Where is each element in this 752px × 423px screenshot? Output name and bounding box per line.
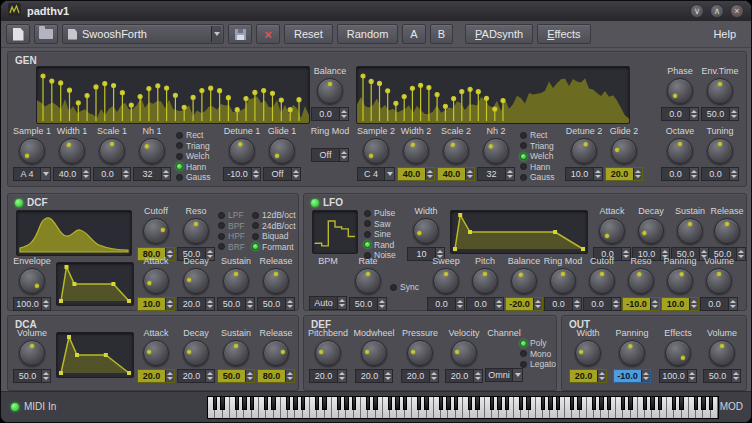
spin-arrows-icon[interactable] — [533, 298, 542, 310]
radio-saw[interactable]: Saw — [364, 219, 396, 230]
spin-arrows-icon[interactable] — [81, 168, 90, 180]
spin-arrows-icon[interactable] — [465, 168, 474, 180]
piano-black-key[interactable] — [497, 397, 501, 410]
spin-arrows-icon[interactable] — [291, 168, 300, 180]
piano-black-key[interactable] — [658, 397, 662, 410]
knob-dial[interactable] — [483, 138, 509, 164]
spin-arrows-icon[interactable] — [245, 370, 254, 382]
radio-gauss[interactable]: Gauss — [520, 172, 555, 183]
spin-arrows-icon[interactable] — [285, 298, 294, 310]
value-spinbox[interactable]: 40.0 — [53, 167, 91, 181]
value-spinbox[interactable]: 32 — [477, 167, 515, 181]
piano-black-key[interactable] — [570, 397, 574, 410]
value-spinbox[interactable]: 20.0 — [401, 369, 439, 383]
lfo-sync-checkbox[interactable]: Sync — [390, 282, 419, 292]
piano-black-key[interactable] — [250, 397, 254, 410]
value-spinbox[interactable]: 0.0 — [700, 297, 738, 311]
knob-dial[interactable] — [263, 340, 289, 366]
knob-dial[interactable] — [433, 268, 459, 294]
knob-dial[interactable] — [269, 138, 295, 164]
knob-dial[interactable] — [550, 268, 576, 294]
radio-hann[interactable]: Hann — [520, 162, 555, 173]
piano-black-key[interactable] — [548, 397, 552, 410]
spin-arrows-icon[interactable] — [689, 108, 698, 120]
value-spinbox[interactable]: Off — [311, 148, 349, 162]
value-spinbox[interactable]: 20.0 — [445, 369, 483, 383]
value-spinbox[interactable]: 0.0 — [466, 297, 504, 311]
spin-arrows-icon[interactable] — [337, 297, 346, 309]
radio-poly[interactable]: Poly — [520, 338, 556, 349]
knob-dial[interactable] — [667, 268, 693, 294]
spin-arrows-icon[interactable] — [650, 298, 659, 310]
radio-lpf[interactable]: LPF — [218, 210, 245, 221]
spin-arrows-icon[interactable] — [337, 370, 346, 382]
value-spinbox[interactable]: 50.0 — [257, 297, 295, 311]
spin-arrows-icon[interactable] — [593, 168, 602, 180]
spin-arrows-icon[interactable] — [641, 370, 650, 382]
value-spinbox[interactable]: 80.0 — [257, 369, 295, 383]
radio-formant[interactable]: Formant — [252, 242, 296, 253]
spin-arrows-icon[interactable] — [731, 370, 740, 382]
piano-black-key[interactable] — [679, 397, 683, 410]
value-spinbox[interactable]: 10.0 — [565, 167, 603, 181]
help-button[interactable]: Help — [703, 24, 746, 44]
lfo-adsr-display[interactable] — [450, 210, 588, 254]
spin-arrows-icon[interactable] — [425, 168, 434, 180]
value-spinbox[interactable]: 20.0 — [605, 167, 643, 181]
combo-box[interactable]: C 4 — [357, 167, 395, 181]
knob-dial[interactable] — [229, 138, 255, 164]
spin-arrows-icon[interactable] — [41, 298, 50, 310]
value-spinbox[interactable]: 10.0 — [661, 297, 699, 311]
knob-dial[interactable] — [575, 340, 601, 366]
radio-hpf[interactable]: HPF — [218, 231, 245, 242]
knob-dial[interactable] — [59, 138, 85, 164]
piano-black-key[interactable] — [271, 397, 275, 410]
value-spinbox[interactable]: 40.0 — [397, 167, 435, 181]
value-spinbox[interactable]: 20.0 — [137, 369, 175, 383]
value-spinbox[interactable]: 20.0 — [177, 369, 215, 383]
spin-arrows-icon[interactable] — [383, 370, 392, 382]
knob-dial[interactable] — [317, 78, 343, 104]
knob-dial[interactable] — [139, 138, 165, 164]
knob-dial[interactable] — [19, 340, 45, 366]
value-spinbox[interactable]: 50.0 — [703, 369, 741, 383]
preset-b-button[interactable]: B — [430, 24, 453, 44]
piano-black-key[interactable] — [526, 397, 530, 410]
knob-dial[interactable] — [263, 268, 289, 294]
knob-dial[interactable] — [571, 138, 597, 164]
spin-arrows-icon[interactable] — [285, 370, 294, 382]
spin-arrows-icon[interactable] — [505, 168, 514, 180]
spin-arrows-icon[interactable] — [494, 298, 503, 310]
knob-dial[interactable] — [706, 268, 732, 294]
value-spinbox[interactable]: 0.0 — [661, 167, 699, 181]
spin-arrows-icon[interactable] — [729, 168, 738, 180]
value-spinbox[interactable]: 50.0 — [13, 369, 51, 383]
knob-dial[interactable] — [709, 340, 735, 366]
knob-dial[interactable] — [143, 268, 169, 294]
combo-box[interactable]: Omni — [485, 368, 523, 382]
knob-dial[interactable] — [223, 340, 249, 366]
padsynth-button[interactable]: PADsynth — [465, 24, 533, 44]
knob-dial[interactable] — [143, 340, 169, 366]
knob-dial[interactable] — [223, 268, 249, 294]
piano-black-key[interactable] — [475, 397, 479, 410]
value-spinbox[interactable]: 32 — [133, 167, 171, 181]
value-spinbox[interactable]: -10.0 — [622, 297, 660, 311]
dca-adsr-display[interactable] — [56, 332, 134, 378]
spin-arrows-icon[interactable] — [689, 298, 698, 310]
spin-arrows-icon[interactable] — [689, 168, 698, 180]
piano-black-key[interactable] — [607, 397, 611, 410]
knob-dial[interactable] — [443, 138, 469, 164]
piano-black-key[interactable] — [672, 397, 676, 410]
value-spinbox[interactable]: -10.0 — [613, 369, 651, 383]
knob-dial[interactable] — [665, 340, 691, 366]
spin-arrows-icon[interactable] — [455, 298, 464, 310]
radio-bpf[interactable]: BPF — [218, 221, 245, 232]
radio-pulse[interactable]: Pulse — [364, 208, 396, 219]
spin-arrows-icon[interactable] — [339, 108, 348, 120]
value-spinbox[interactable]: 0.0 — [427, 297, 465, 311]
radio-24db-oct[interactable]: 24dB/oct — [252, 221, 296, 232]
spin-arrows-icon[interactable] — [473, 370, 482, 382]
close-button[interactable]: × — [730, 4, 744, 18]
lfo-wave-display[interactable] — [312, 210, 358, 254]
